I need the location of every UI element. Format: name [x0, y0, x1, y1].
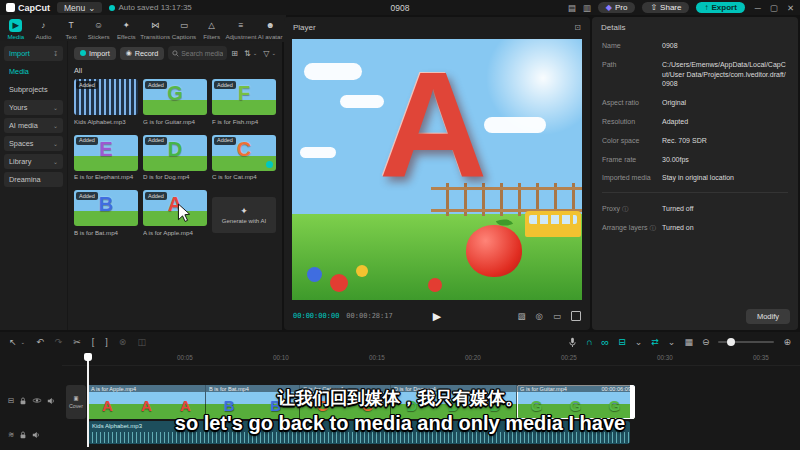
sidebar-item-dreamina[interactable]: Dreamina: [4, 172, 63, 187]
grid-view-icon[interactable]: ⊞: [231, 49, 238, 58]
audio-icon: ♪: [37, 19, 50, 32]
info-icon[interactable]: ⓘ: [622, 204, 629, 213]
export-button[interactable]: ↑ Export: [696, 2, 744, 13]
info-icon[interactable]: ⓘ: [650, 223, 657, 232]
tab-ai-avatar[interactable]: ☻ AI avatar: [256, 16, 284, 42]
tab-effects[interactable]: ✦ Effects: [113, 16, 141, 42]
filter-icon[interactable]: ▽: [263, 49, 269, 58]
media-item-g-guitar[interactable]: G Added G is for Guitar.mp4: [143, 79, 207, 125]
video-preview[interactable]: A: [292, 39, 582, 300]
detail-row-arrange-layers: Arrange layersⓘ Turned on: [602, 223, 788, 233]
delete-left-icon[interactable]: [: [92, 337, 95, 347]
timeline-zoom-slider[interactable]: [718, 341, 774, 343]
zoom-in-icon[interactable]: ⊕: [783, 337, 791, 347]
window-maximize-button[interactable]: ▢: [770, 3, 778, 13]
school-bus-graphic: [525, 211, 581, 237]
media-item-f-fish[interactable]: F Added F is for Fish.mp4: [212, 79, 276, 125]
added-badge: Added: [214, 137, 236, 145]
split-icon[interactable]: ✂: [73, 337, 81, 347]
playhead-handle[interactable]: [84, 353, 92, 361]
tab-audio[interactable]: ♪ Audio: [30, 16, 58, 42]
autosave-dot-icon: [109, 5, 115, 11]
window-close-button[interactable]: ✕: [787, 3, 794, 13]
sidebar-item-media[interactable]: Media: [4, 64, 63, 79]
added-badge: Added: [214, 81, 236, 89]
media-item-b-bat[interactable]: B Added B is for Bat.mp4: [74, 190, 138, 236]
auto-ripple-icon[interactable]: ⇄: [651, 337, 659, 347]
media-item-a-apple[interactable]: A Added A is for Apple.mp4: [143, 190, 207, 236]
fullscreen-icon[interactable]: [571, 311, 581, 321]
menu-button[interactable]: Menu ⌄: [57, 2, 102, 13]
media-item-c-cat[interactable]: C Added C is for Cat.mp4: [212, 135, 276, 181]
record-icon: ◉: [126, 49, 132, 57]
chevron-down-icon: ⌄: [88, 3, 95, 13]
render-preview-icon[interactable]: ▦: [684, 337, 693, 347]
detail-row-imported-media: Imported media Stay in original location: [602, 173, 788, 183]
preview-axis-icon[interactable]: ⊟: [618, 337, 626, 347]
media-item-d-dog[interactable]: D Added D is for Dog.mp4: [143, 135, 207, 181]
player-display-icon[interactable]: ⊡: [574, 23, 581, 32]
detail-row-frame-rate: Frame rate 30.00fps: [602, 155, 788, 165]
media-item-kids-alphabet[interactable]: Added Kids Alphabet.mp3: [74, 79, 138, 125]
media-item-e-elephant[interactable]: E Added E is for Elephant.mp4: [74, 135, 138, 181]
link-clips-icon[interactable]: ∞: [601, 336, 609, 348]
search-box[interactable]: [168, 46, 227, 60]
delete-right-icon[interactable]: ]: [105, 337, 108, 347]
filters-icon: △: [205, 19, 218, 32]
magnet-snap-icon[interactable]: ∩: [586, 337, 592, 347]
share-icon: ⇧: [650, 3, 657, 12]
in-use-indicator: [266, 161, 273, 168]
window-minimize-button[interactable]: ─: [755, 3, 761, 13]
tab-adjustment[interactable]: ≡ Adjustment: [225, 16, 256, 42]
record-button[interactable]: ◉ Record: [120, 47, 165, 60]
detail-row-color-space: Color space Rec. 709 SDR: [602, 136, 788, 146]
audio-waveform-thumbnail: Added: [74, 79, 138, 115]
aspect-ratio-icon[interactable]: ▭: [553, 311, 561, 321]
delete-icon[interactable]: ⊗: [119, 337, 127, 347]
modify-button[interactable]: Modify: [746, 309, 790, 324]
captions-icon: ▭: [177, 19, 190, 32]
tab-stickers[interactable]: ☺ Stickers: [85, 16, 113, 42]
sidebar-item-ai-media[interactable]: AI media ⌄: [4, 118, 63, 133]
undo-icon[interactable]: ↶: [36, 337, 44, 347]
detail-row-proxy: Proxyⓘ Turned off: [602, 204, 788, 214]
play-button[interactable]: ▶: [433, 310, 441, 323]
sidebar-item-subprojects[interactable]: Subprojects: [4, 82, 63, 97]
zoom-out-icon[interactable]: ⊖: [702, 337, 710, 347]
details-panel: Details Name 0908 Path C:/Users/Emenws/A…: [592, 17, 798, 330]
sidebar-item-import[interactable]: Import ↧: [4, 46, 63, 61]
current-time: 00:00:00:00: [293, 312, 339, 320]
tab-filters[interactable]: △ Filters: [198, 16, 226, 42]
sidebar-item-spaces[interactable]: Spaces ⌄: [4, 136, 63, 151]
tab-media[interactable]: ▶ Media: [2, 16, 30, 42]
divider: [602, 192, 788, 193]
freeze-icon[interactable]: ◫: [137, 337, 146, 347]
sort-icon[interactable]: ⇅: [244, 49, 251, 58]
sidebar-item-library[interactable]: Library ⌄: [4, 154, 63, 169]
timeline-ruler[interactable]: 00:05 00:10 00:15 00:20 00:25 00:30 00:3…: [62, 353, 800, 366]
player-panel: Player ⊡ A 00:00:00:00 00:00:28:17 ▶ ▨: [284, 17, 590, 330]
pro-button[interactable]: ◆ Pro: [598, 2, 636, 13]
tab-captions[interactable]: ▭ Captions: [170, 16, 198, 42]
import-button[interactable]: Import: [74, 47, 116, 60]
titlebar: CapCut Menu ⌄ Auto saved 13:17:35 0908 ▤…: [0, 0, 800, 15]
share-button[interactable]: ⇧ Share: [642, 2, 689, 13]
preview-quality-icon[interactable]: ▨: [518, 311, 526, 321]
preview-zoom-icon[interactable]: ◎: [536, 311, 543, 321]
capcut-app: { "colors": { "accent": "#00c8c0", "expo…: [0, 0, 800, 450]
tab-text[interactable]: T Text: [57, 16, 85, 42]
all-filter-label[interactable]: All: [74, 66, 276, 75]
cloud-graphic: [340, 95, 384, 108]
sidebar-item-yours[interactable]: Yours ⌄: [4, 100, 63, 115]
redo-icon[interactable]: ↷: [55, 337, 63, 347]
tab-transitions[interactable]: ⋈ Transitions: [140, 16, 170, 42]
generate-with-ai-button[interactable]: ✦ Generate with AI: [212, 197, 276, 233]
layout-option-icon[interactable]: ▤: [568, 3, 576, 13]
select-tool-icon[interactable]: ↖: [9, 337, 17, 347]
voiceover-mic-icon[interactable]: [568, 337, 577, 348]
search-input[interactable]: [181, 50, 223, 57]
zoom-slider-handle[interactable]: [727, 338, 735, 346]
text-icon: T: [65, 19, 78, 32]
panel-layout-icon[interactable]: ▥: [583, 3, 591, 13]
adjustment-icon: ≡: [234, 19, 247, 32]
